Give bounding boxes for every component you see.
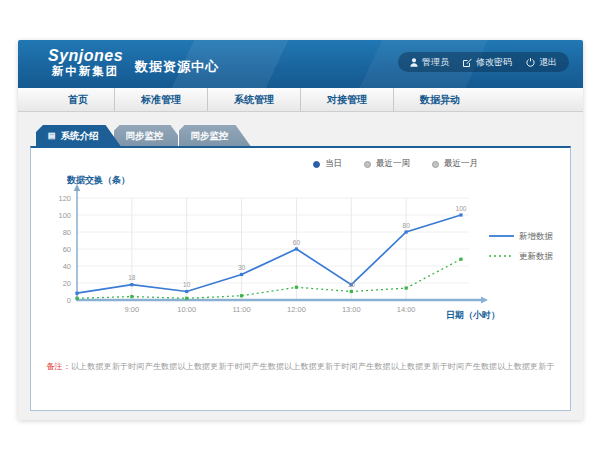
- radio-today-label: 当日: [325, 158, 342, 170]
- nav-item-home[interactable]: 首页: [42, 88, 115, 111]
- svg-text:14:00: 14:00: [397, 305, 416, 314]
- logout-button[interactable]: 退出: [526, 56, 557, 69]
- radio-today[interactable]: 当日: [313, 158, 342, 170]
- document-icon: ▤: [48, 132, 56, 140]
- brand-logo-cn: 新中新集团: [48, 64, 123, 78]
- footnote-text: 以上数据更新于时间产生数据以上数据更新于时间产生数据以上数据更新于时间产生数据以…: [71, 362, 555, 371]
- nav-item-system-mgmt[interactable]: 系统管理: [208, 88, 301, 111]
- line-chart: 0204060801001209:0010:0011:0012:0013:001…: [41, 172, 570, 341]
- logout-label: 退出: [539, 56, 557, 69]
- tab-system-intro-label: 系统介绍: [61, 125, 99, 146]
- svg-text:12:00: 12:00: [287, 305, 306, 314]
- footnote-prefix: 备注：: [46, 362, 71, 371]
- svg-text:60: 60: [63, 245, 71, 254]
- admin-user-button[interactable]: 管理员: [410, 56, 449, 69]
- chart-svg: 0204060801001209:0010:0011:0012:0013:001…: [41, 172, 581, 337]
- radio-last-week-label: 最近一周: [376, 158, 410, 170]
- svg-text:数据交换（条）: 数据交换（条）: [66, 175, 130, 185]
- svg-text:13:00: 13:00: [342, 305, 361, 314]
- nav-item-interface-mgmt[interactable]: 对接管理: [301, 88, 394, 111]
- user-actions-bar: 管理员 修改密码 退出: [398, 52, 569, 72]
- svg-text:120: 120: [58, 194, 71, 203]
- radio-last-month[interactable]: 最近一月: [432, 158, 478, 170]
- tab-sync-monitor-1[interactable]: 同步监控: [113, 125, 186, 146]
- svg-text:100: 100: [58, 211, 71, 220]
- nav-item-data-change[interactable]: 数据异动: [394, 88, 486, 111]
- page: Synjones 新中新集团 数据资源中心 管理员 修改密码: [0, 0, 600, 450]
- svg-text:9:00: 9:00: [125, 305, 140, 314]
- edit-icon: [463, 58, 472, 67]
- svg-text:10:00: 10:00: [177, 305, 196, 314]
- main-nav: 首页 标准管理 系统管理 对接管理 数据异动: [18, 88, 583, 112]
- nav-item-standard-mgmt[interactable]: 标准管理: [115, 88, 208, 111]
- svg-text:10: 10: [183, 281, 191, 288]
- svg-text:18: 18: [128, 274, 136, 281]
- brand-logo: Synjones 新中新集团: [48, 47, 123, 78]
- radio-unselected-icon: [364, 161, 371, 168]
- tab-sync-monitor-2[interactable]: 同步监控: [178, 125, 251, 146]
- change-password-button[interactable]: 修改密码: [463, 56, 512, 69]
- radio-unselected-icon: [432, 161, 439, 168]
- tab-system-intro[interactable]: ▤ 系统介绍: [36, 125, 121, 146]
- user-icon: [410, 58, 418, 67]
- svg-text:100: 100: [456, 205, 467, 212]
- tab-sync-monitor-1-label: 同步监控: [126, 125, 164, 146]
- svg-text:0: 0: [67, 296, 71, 305]
- change-password-label: 修改密码: [476, 56, 512, 69]
- content-panel: 当日 最近一周 最近一月 0204060801001209:0010:0011:…: [30, 146, 571, 411]
- svg-text:日期（小时）: 日期（小时）: [446, 310, 500, 320]
- radio-last-week[interactable]: 最近一周: [364, 158, 410, 170]
- svg-text:80: 80: [63, 228, 71, 237]
- svg-text:更新数据: 更新数据: [519, 251, 554, 261]
- svg-text:新增数据: 新增数据: [519, 231, 554, 241]
- svg-text:10: 10: [348, 281, 356, 288]
- footnote: 备注：以上数据更新于时间产生数据以上数据更新于时间产生数据以上数据更新于时间产生…: [31, 361, 570, 372]
- app-window: Synjones 新中新集团 数据资源中心 管理员 修改密码: [18, 40, 583, 420]
- svg-text:20: 20: [63, 279, 71, 288]
- radio-selected-icon: [313, 161, 320, 168]
- svg-text:40: 40: [63, 262, 71, 271]
- content-area: ▤ 系统介绍 同步监控 同步监控 当日: [18, 125, 583, 411]
- power-icon: [526, 58, 535, 67]
- radio-last-month-label: 最近一月: [444, 158, 478, 170]
- tab-bar: ▤ 系统介绍 同步监控 同步监控: [30, 125, 571, 146]
- svg-text:30: 30: [238, 264, 246, 271]
- app-header: Synjones 新中新集团 数据资源中心 管理员 修改密码: [18, 40, 583, 88]
- svg-text:60: 60: [293, 239, 301, 246]
- tab-sync-monitor-2-label: 同步监控: [191, 125, 229, 146]
- svg-text:80: 80: [403, 222, 411, 229]
- brand-logo-en: Synjones: [48, 47, 123, 64]
- admin-user-label: 管理员: [422, 56, 449, 69]
- time-range-filter: 当日 最近一周 最近一月: [31, 158, 478, 170]
- svg-text:11:00: 11:00: [232, 305, 250, 314]
- app-title: 数据资源中心: [135, 58, 219, 76]
